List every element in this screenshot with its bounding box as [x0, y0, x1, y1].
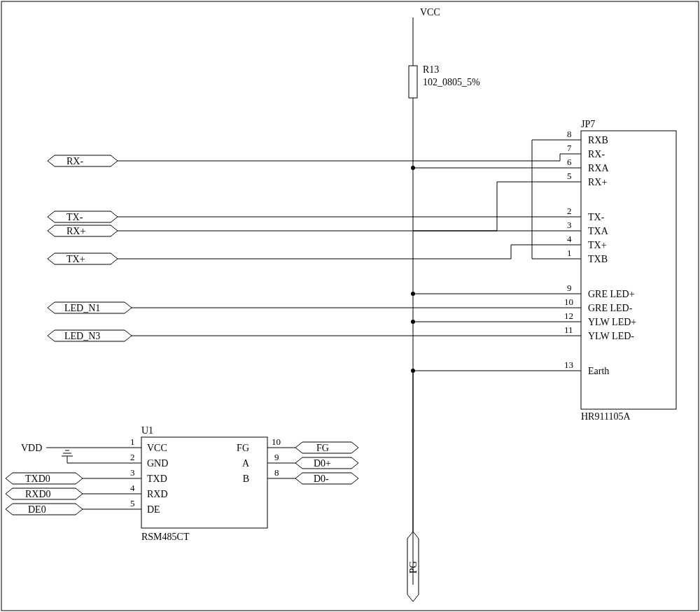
svg-text:8: 8	[274, 467, 279, 478]
svg-text:TXB: TXB	[588, 254, 608, 264]
svg-text:RXD0: RXD0	[25, 489, 51, 499]
svg-text:A: A	[242, 458, 250, 469]
svg-text:4: 4	[567, 234, 572, 244]
svg-text:TXA: TXA	[588, 226, 609, 236]
jp7-part: HR911105A	[581, 411, 631, 422]
vdd-label: VDD	[21, 443, 42, 453]
svg-text:13: 13	[564, 360, 573, 370]
net-d0-plus: D0+	[295, 457, 358, 469]
svg-text:LED_N3: LED_N3	[64, 331, 100, 341]
svg-text:RXA: RXA	[588, 163, 609, 173]
ic-u1: U1 RSM485CT 1VCC 2GND 3TXD 4RXD 5DE 10FG…	[120, 425, 288, 542]
svg-text:DE0: DE0	[28, 504, 46, 515]
svg-text:9: 9	[567, 283, 572, 293]
svg-text:4: 4	[130, 483, 135, 493]
svg-text:8: 8	[567, 129, 572, 139]
svg-text:11: 11	[564, 325, 573, 335]
svg-text:9: 9	[274, 452, 279, 462]
svg-point-72	[411, 292, 415, 296]
svg-text:DE: DE	[147, 504, 160, 515]
svg-text:VCC: VCC	[147, 443, 167, 453]
svg-text:1: 1	[567, 248, 572, 258]
svg-text:RX+: RX+	[588, 177, 607, 187]
jp7-ref: JP7	[581, 119, 595, 129]
net-txd0: TXD0	[6, 473, 83, 484]
svg-text:TXD0: TXD0	[25, 474, 50, 484]
connector-jp7: JP7 HR911105A 8RXB 7RX- 6RXA 5RX+ 2TX- 3…	[532, 119, 676, 422]
r13-value: 102_0805_5%	[423, 77, 480, 87]
svg-text:10: 10	[272, 436, 281, 447]
svg-text:FG: FG	[237, 443, 249, 453]
vcc-label: VCC	[420, 7, 440, 17]
svg-text:TX-: TX-	[588, 212, 605, 222]
net-led-n1: LED_N1	[48, 302, 132, 313]
r13-ref: R13	[423, 64, 439, 75]
u1-ref: U1	[141, 425, 153, 436]
net-tx-minus: TX-	[48, 211, 118, 222]
svg-text:Earth: Earth	[588, 366, 609, 376]
svg-text:6: 6	[567, 157, 572, 167]
svg-text:2: 2	[130, 452, 135, 462]
svg-text:FG: FG	[316, 443, 329, 453]
svg-text:D0-: D0-	[314, 474, 329, 484]
svg-text:5: 5	[567, 171, 572, 181]
net-rx-minus: RX-	[48, 155, 118, 166]
svg-text:RX+: RX+	[66, 226, 85, 236]
svg-text:3: 3	[130, 467, 135, 478]
svg-text:RX-: RX-	[66, 156, 83, 166]
svg-text:LED_N1: LED_N1	[64, 303, 100, 313]
svg-text:YLW LED-: YLW LED-	[588, 331, 634, 341]
svg-text:GRE LED-: GRE LED-	[588, 303, 633, 313]
svg-text:B: B	[243, 474, 249, 484]
net-tx-plus: TX+	[48, 253, 118, 264]
svg-text:GRE LED+: GRE LED+	[588, 289, 635, 299]
schematic-canvas: VCC R13 102_0805_5% JP7 HR911105A 8RXB 7…	[0, 0, 700, 612]
net-d0-minus: D0-	[295, 473, 358, 484]
svg-point-69	[411, 166, 415, 170]
svg-text:TXD: TXD	[147, 474, 167, 484]
svg-text:TX+: TX+	[66, 254, 85, 264]
gnd-symbol	[62, 450, 73, 463]
svg-text:RXD: RXD	[147, 489, 168, 499]
svg-text:RX-: RX-	[588, 149, 605, 159]
svg-text:10: 10	[564, 297, 573, 307]
net-rxd0: RXD0	[6, 488, 83, 499]
svg-text:GND: GND	[147, 458, 168, 469]
svg-text:YLW LED+: YLW LED+	[588, 317, 636, 327]
svg-point-74	[411, 320, 415, 324]
svg-text:PG: PG	[408, 561, 419, 574]
svg-text:D0+: D0+	[314, 458, 331, 469]
u1-part: RSM485CT	[141, 532, 190, 542]
resistor-r13	[409, 66, 417, 98]
net-fg: FG	[295, 442, 358, 453]
svg-text:RXB: RXB	[588, 135, 608, 145]
svg-text:1: 1	[130, 436, 135, 447]
svg-text:5: 5	[130, 498, 135, 508]
net-rx-plus: RX+	[48, 225, 118, 236]
svg-text:3: 3	[567, 220, 572, 230]
svg-text:7: 7	[567, 143, 572, 153]
svg-text:2: 2	[567, 206, 572, 216]
net-led-n3: LED_N3	[48, 330, 132, 341]
net-de0: DE0	[6, 504, 83, 515]
svg-text:TX-: TX-	[66, 212, 83, 222]
svg-text:12: 12	[564, 311, 573, 321]
svg-text:TX+: TX+	[588, 240, 607, 250]
